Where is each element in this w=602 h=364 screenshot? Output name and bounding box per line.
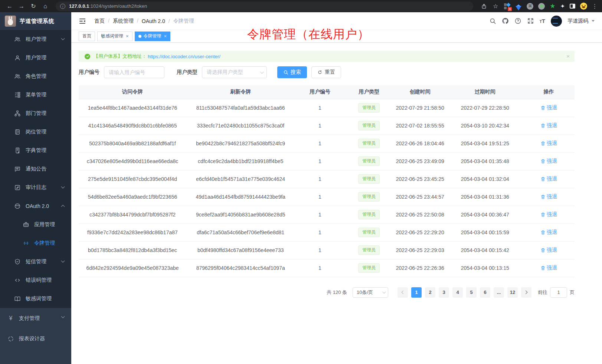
force-logout-button[interactable]: 强退: [540, 211, 557, 218]
force-logout-button[interactable]: 强退: [540, 229, 557, 236]
page-number-button[interactable]: 4: [452, 287, 463, 298]
breadcrumb-item[interactable]: OAuth 2.0 /: [142, 18, 170, 24]
force-logout-button[interactable]: 强退: [540, 247, 557, 254]
sidebar-item[interactable]: 用户管理: [0, 49, 71, 67]
user-id-input[interactable]: [104, 66, 164, 78]
next-page-button[interactable]: [521, 287, 531, 298]
sidebar-item[interactable]: 审计日志: [0, 178, 71, 197]
created-time-cell: 2022-06-25 22:50:08: [393, 206, 447, 224]
sidebar-item[interactable]: 租户管理: [0, 30, 71, 49]
force-logout-button[interactable]: 强退: [540, 193, 557, 200]
user-id-cell: 1: [295, 99, 345, 117]
caret-down-icon[interactable]: [592, 20, 595, 22]
page-number-button[interactable]: 3: [439, 287, 449, 298]
breadcrumb-label: 系统管理: [113, 18, 134, 24]
extension-badge: 9: [508, 7, 512, 11]
sidebar-item[interactable]: 岗位管理: [0, 123, 71, 141]
back-icon[interactable]: ←: [4, 2, 15, 11]
force-logout-button[interactable]: 强退: [540, 158, 557, 165]
chevron-down-icon: [260, 70, 264, 74]
extension-grid-icon[interactable]: 9: [504, 3, 510, 10]
address-bar[interactable]: i 127.0.0.1:1024/system/oauth2/token: [56, 1, 473, 11]
tag-view-tab[interactable]: 敏感词管理 ×: [97, 32, 132, 41]
alert-close-icon[interactable]: ×: [566, 53, 570, 59]
green-star-extension-icon[interactable]: ★: [550, 2, 555, 10]
page-number-button[interactable]: 12: [507, 287, 518, 298]
refresh-token-cell: b0df4980ffd34c67a08f9156e4eee733: [186, 241, 295, 259]
help-icon[interactable]: [514, 17, 521, 24]
home-icon[interactable]: ⌂: [40, 2, 50, 11]
prev-page-button[interactable]: [397, 287, 408, 298]
refresh-token-cell: 811c530487574fa0af1a59d3abc1aa66: [186, 99, 295, 117]
user-type-cell: 管理员: [345, 241, 393, 259]
sidebar-item-label: 支付管理: [19, 315, 40, 322]
table-row: 275e5de9151045fe87cbdc395e004f4d e6cfd40…: [79, 170, 575, 188]
page-number-button[interactable]: 5: [466, 287, 477, 298]
site-info-icon[interactable]: i: [60, 4, 65, 9]
force-logout-button[interactable]: 强退: [540, 105, 557, 111]
user-avatar[interactable]: [551, 16, 562, 27]
search-button[interactable]: 搜索: [277, 66, 307, 78]
sidebar-item[interactable]: OAuth 2.0: [0, 197, 71, 215]
force-logout-button[interactable]: 强退: [540, 176, 557, 182]
sidebar-item[interactable]: ¥ 支付管理: [0, 308, 71, 328]
user-type-select[interactable]: 请选择用户类型: [202, 66, 267, 78]
page-number-button[interactable]: 1: [411, 287, 422, 298]
sidebar-item[interactable]: 菜单管理: [0, 86, 71, 104]
page-size-select[interactable]: 10条/页: [353, 287, 388, 298]
column-header: 访问令牌: [79, 85, 186, 99]
search-icon[interactable]: [489, 17, 496, 24]
recorder-extension-icon[interactable]: [538, 3, 545, 10]
gem-extension-icon[interactable]: [515, 3, 522, 10]
breadcrumb-item[interactable]: 系统管理 /: [113, 18, 138, 24]
sidebar-item[interactable]: 令牌管理: [0, 234, 71, 252]
force-logout-button[interactable]: 强退: [540, 140, 557, 147]
bookmark-star-icon[interactable]: ☆: [492, 2, 499, 11]
sidebar-item[interactable]: 报表设计器: [0, 328, 71, 349]
share-icon[interactable]: [481, 2, 487, 11]
access-token-cell: c342377bf8b344799dcbf7bf095287f2: [79, 206, 186, 224]
page-number-button[interactable]: 6: [480, 287, 490, 298]
puzzle-extension-icon[interactable]: ✦: [560, 3, 565, 10]
sidebar-item[interactable]: 通知公告: [0, 160, 71, 178]
page-number-button[interactable]: 2: [425, 287, 435, 298]
sidebar-item[interactable]: 错误码管理: [0, 271, 71, 289]
reset-button[interactable]: 重置: [311, 66, 341, 78]
sidebar-item[interactable]: 部门管理: [0, 104, 71, 123]
sidebar-item[interactable]: 敏感词管理: [0, 289, 71, 308]
column-header: 过期时间: [447, 85, 523, 99]
app-logo-bar[interactable]: 芋道管理系统: [0, 12, 71, 30]
close-icon[interactable]: ×: [164, 34, 167, 39]
command-extension-icon[interactable]: ⌘: [527, 3, 533, 10]
table-header-row: 访问令牌刷新令牌用户编号用户类型创建时间过期时间操作: [79, 85, 575, 99]
user-name[interactable]: 芋道源码: [567, 18, 588, 24]
browser-menu-icon[interactable]: ⋮: [592, 3, 598, 10]
access-token-cell: 41c41346a548490f9dc8b01c6bfe0865: [79, 117, 186, 135]
breadcrumb-item[interactable]: 首页 /: [94, 18, 109, 24]
font-size-icon[interactable]: TT: [540, 18, 545, 24]
menu-fold-icon[interactable]: [79, 17, 86, 25]
created-time-cell: 2022-06-25 22:29:03: [393, 241, 447, 259]
tag-view-tab[interactable]: 令牌管理 ×: [135, 32, 171, 41]
sidebar-item-label: OAuth 2.0: [26, 203, 49, 209]
fullscreen-icon[interactable]: [527, 17, 534, 24]
success-check-icon: [85, 54, 90, 59]
goto-page-input[interactable]: [550, 287, 567, 298]
reload-icon[interactable]: ↻: [28, 2, 39, 11]
force-logout-button[interactable]: 强退: [540, 265, 557, 271]
sidebar-item[interactable]: 字典管理: [0, 141, 71, 160]
force-logout-button[interactable]: 强退: [540, 122, 557, 129]
sidebar-item[interactable]: 应用管理: [0, 215, 71, 234]
sidebar-item[interactable]: 角色管理: [0, 67, 71, 86]
forward-icon[interactable]: →: [16, 2, 27, 11]
page-number-button[interactable]: ...: [494, 287, 504, 298]
profile-avatar-icon[interactable]: [580, 3, 587, 10]
tag-view-tab[interactable]: 首页: [79, 32, 95, 41]
doc-link[interactable]: https://doc.iocoder.cn/user-center/: [148, 54, 220, 59]
github-icon[interactable]: [502, 17, 509, 24]
breadcrumb-item[interactable]: 令牌管理: [173, 18, 194, 24]
close-icon[interactable]: ×: [126, 34, 129, 39]
sidebar-toggle-icon[interactable]: [570, 4, 575, 9]
sidebar-item[interactable]: 短信管理: [0, 252, 71, 271]
root-menu: ¥ 支付管理 报表设计器: [0, 308, 71, 349]
